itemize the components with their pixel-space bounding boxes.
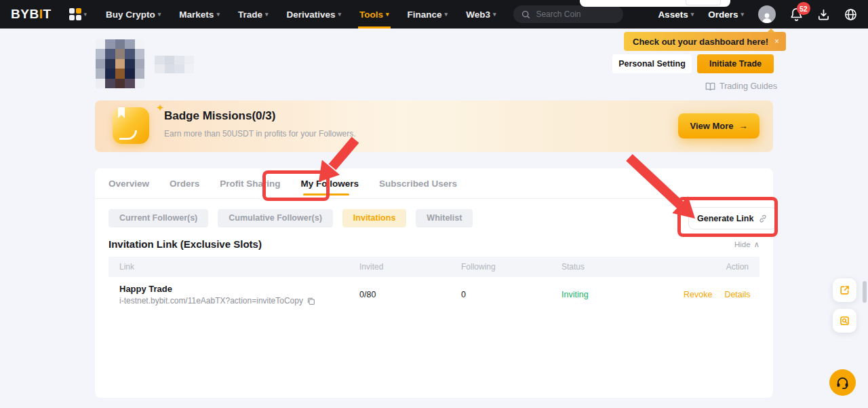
tab-profit-sharing[interactable]: Profit Sharing [220, 168, 280, 198]
dashboard-tooltip: Check out your dashboard here! × [624, 32, 786, 51]
bybit-logo[interactable]: BYBIT [11, 7, 52, 22]
invitation-section-header: Invitation Link (Exclusive Slots) Hide ∧ [108, 238, 760, 250]
logo-text: BYB [11, 7, 39, 22]
col-invited: Invited [359, 262, 461, 272]
chevron-down-icon: ▾ [158, 11, 161, 18]
tab-orders[interactable]: Orders [170, 168, 199, 198]
nav-item-finance[interactable]: Finance▾ [408, 0, 448, 29]
logo-text-2: T [43, 7, 51, 22]
user-avatar[interactable] [758, 5, 776, 23]
badge-icon [113, 107, 149, 144]
chevron-down-icon: ▾ [386, 11, 389, 18]
tab-bar: Overview Orders Profit Sharing My Follow… [95, 168, 773, 199]
share-float-button[interactable] [833, 278, 856, 302]
row-actions: Revoke Details [684, 290, 751, 299]
search-icon [521, 10, 530, 19]
external-link-icon [839, 284, 850, 296]
nav-menu: Buy Crypto▾ Markets▾ Trade▾ Derivatives▾… [106, 0, 496, 29]
person-icon [761, 12, 773, 23]
nav-item-tools[interactable]: Tools▾ [359, 0, 389, 29]
apps-menu[interactable]: ▾ [52, 8, 87, 20]
chevron-down-icon: ▾ [84, 11, 87, 18]
filter-whitelist[interactable]: Whitelist [416, 209, 473, 227]
col-link: Link [119, 262, 359, 272]
inspect-float-button[interactable] [833, 309, 856, 333]
apps-grid-icon [69, 8, 81, 20]
popup-button-fragment [686, 0, 721, 5]
chevron-down-icon: ▾ [216, 11, 220, 18]
following-cell: 0 [461, 290, 561, 299]
filter-invitations[interactable]: Invitations [342, 209, 407, 227]
nav-item-buy-crypto[interactable]: Buy Crypto▾ [106, 0, 161, 29]
revoke-button[interactable]: Revoke [684, 290, 712, 299]
popup-remnant [580, 0, 730, 7]
follower-filters: Current Follower(s) Cumulative Follower(… [108, 209, 473, 227]
table-header: Link Invited Following Status Action [108, 257, 760, 277]
invitation-table: Link Invited Following Status Action Hap… [108, 257, 760, 312]
tab-subscribed-users[interactable]: Subscribed Users [379, 168, 457, 198]
link-cell: Happy Trade i-testnet.bybit.com/11eAabTX… [119, 284, 359, 305]
filter-cumulative-followers[interactable]: Cumulative Follower(s) [218, 209, 333, 227]
arrow-right-icon: → [739, 121, 748, 131]
notifications-button[interactable]: 52 [790, 7, 803, 21]
link-icon [758, 214, 768, 223]
banner-title: Badge Missions(0/3) [164, 109, 275, 123]
section-title: Invitation Link (Exclusive Slots) [108, 238, 262, 250]
nav-item-web3[interactable]: Web3▾ [466, 0, 496, 29]
profile-name-blurred [155, 56, 194, 73]
col-action: Action [684, 262, 749, 272]
chevron-down-icon: ▾ [741, 11, 744, 18]
col-following: Following [461, 262, 561, 272]
generate-link-button[interactable]: Generate Link [688, 207, 776, 229]
search-input[interactable]: Search Coin [513, 5, 623, 23]
scrollbar-thumb[interactable] [863, 281, 867, 303]
chevron-up-icon: ∧ [754, 240, 760, 249]
personal-setting-button[interactable]: Personal Setting [612, 54, 692, 73]
nav-item-assets[interactable]: Assets▾ [658, 10, 694, 20]
close-icon[interactable]: × [774, 37, 779, 46]
chevron-down-icon: ▾ [445, 11, 448, 18]
badge-missions-banner: ✦ Badge Missions(0/3) Earn more than 50U… [95, 100, 773, 152]
tooltip-text: Check out your dashboard here! [633, 37, 768, 47]
status-badge: Inviting [561, 290, 684, 299]
invited-cell: 0/80 [359, 290, 461, 299]
tab-overview[interactable]: Overview [108, 168, 149, 198]
hide-toggle[interactable]: Hide ∧ [734, 240, 760, 249]
tab-my-followers[interactable]: My Followers [301, 168, 359, 198]
book-icon [705, 82, 715, 91]
globe-icon [844, 8, 857, 21]
nav-item-markets[interactable]: Markets▾ [179, 0, 220, 29]
download-app-button[interactable] [817, 8, 830, 21]
profile-avatar-blurred [96, 39, 144, 88]
col-status: Status [561, 262, 684, 272]
chevron-down-icon: ▾ [265, 11, 269, 18]
chevron-down-icon: ▾ [338, 11, 342, 18]
banner-subtitle: Earn more than 50USDT in profits for you… [164, 129, 356, 138]
view-more-button[interactable]: View More → [678, 113, 760, 138]
nav-right: Assets▾ Orders▾ 52 [658, 5, 857, 23]
link-url-row: i-testnet.bybit.com/11eAabTX?action=invi… [119, 296, 359, 305]
chevron-down-icon: ▾ [493, 11, 496, 18]
language-button[interactable] [844, 8, 857, 21]
support-chat-button[interactable] [829, 369, 856, 396]
initiate-trade-button[interactable]: Initiate Trade [697, 54, 774, 73]
nav-item-derivatives[interactable]: Derivatives▾ [286, 0, 341, 29]
sparkle-icon: ✦ [156, 102, 165, 114]
nav-item-orders[interactable]: Orders▾ [708, 10, 744, 20]
headset-icon [835, 376, 850, 390]
table-row: Happy Trade i-testnet.bybit.com/11eAabTX… [108, 277, 760, 312]
chevron-down-icon: ▾ [691, 11, 694, 18]
notification-badge: 52 [797, 2, 810, 15]
download-icon [817, 8, 830, 21]
filter-current-followers[interactable]: Current Follower(s) [108, 209, 208, 227]
top-nav: BYBIT ▾ Buy Crypto▾ Markets▾ Trade▾ Deri… [0, 0, 868, 29]
document-search-icon [839, 315, 850, 327]
search-placeholder: Search Coin [536, 10, 580, 19]
nav-item-trade[interactable]: Trade▾ [238, 0, 269, 29]
copy-icon[interactable] [307, 297, 315, 305]
details-button[interactable]: Details [724, 290, 750, 299]
link-name: Happy Trade [119, 284, 359, 294]
trading-guides-link[interactable]: Trading Guides [705, 81, 777, 91]
